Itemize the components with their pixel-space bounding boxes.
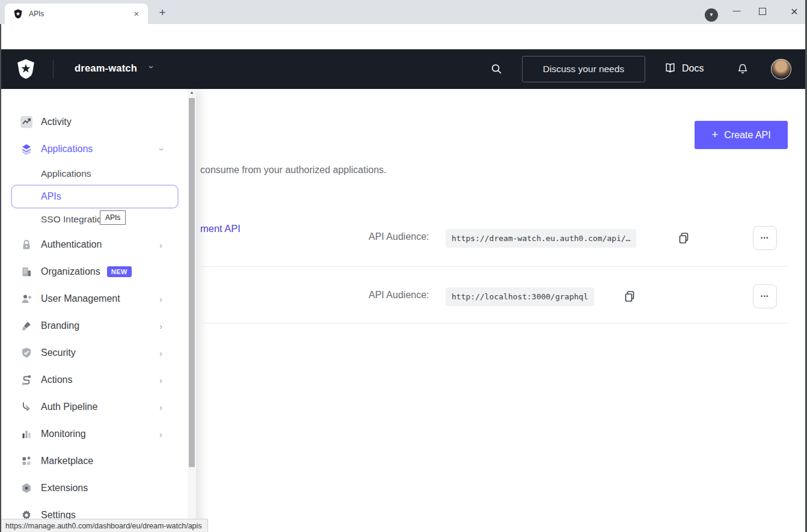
chevron-right-icon: › xyxy=(159,402,162,412)
bar-chart-icon xyxy=(20,428,32,440)
sidebar-item-extensions[interactable]: Extensions xyxy=(0,477,180,499)
sidebar-item-user-management[interactable]: User Management › xyxy=(0,288,180,310)
sidebar-item-monitoring[interactable]: Monitoring › xyxy=(0,423,180,445)
auth0-header: dream-watch › Discuss your needs Docs xyxy=(0,49,807,89)
chevron-right-icon: › xyxy=(159,294,162,304)
chevron-right-icon: › xyxy=(159,321,162,331)
scrollbar-thumb[interactable] xyxy=(189,98,195,467)
chevron-right-icon: › xyxy=(159,429,162,439)
apis-tooltip: APIs xyxy=(100,210,126,225)
status-bar: https://manage.auth0.com/dashboard/eu/dr… xyxy=(0,519,208,532)
tenant-switcher[interactable]: dream-watch xyxy=(75,63,137,74)
sidebar-item-sso-integrations[interactable]: SSO Integrations xyxy=(0,209,180,230)
window-edge xyxy=(0,24,1,532)
chevron-right-icon: › xyxy=(159,240,162,250)
minimize-button[interactable]: — xyxy=(728,5,746,19)
notifications-bell-icon[interactable] xyxy=(737,62,749,76)
tab-close-icon[interactable]: × xyxy=(131,8,142,19)
discuss-your-needs-button[interactable]: Discuss your needs xyxy=(522,56,645,82)
sidebar-item-activity[interactable]: Activity xyxy=(0,111,180,133)
new-tab-button[interactable]: + xyxy=(155,6,170,20)
book-icon xyxy=(664,62,677,75)
sidebar-item-marketplace[interactable]: Marketplace xyxy=(0,450,180,472)
sidebar-item-actions[interactable]: Actions › xyxy=(0,369,180,391)
docs-label: Docs xyxy=(682,63,704,74)
activity-icon xyxy=(20,116,32,128)
tab-strip: APIs × + ▼ — × xyxy=(0,0,807,24)
new-badge: NEW xyxy=(107,266,132,277)
chevron-right-icon: › xyxy=(159,375,162,385)
caret-down-icon: ▼ xyxy=(709,12,714,17)
row-divider xyxy=(201,266,788,267)
header-divider xyxy=(53,60,54,79)
auth0-favicon-icon xyxy=(13,9,23,19)
sidebar-item-security[interactable]: Security › xyxy=(0,342,180,364)
building-icon xyxy=(20,266,32,278)
sidebar-item-auth-pipeline[interactable]: Auth Pipeline › xyxy=(0,396,180,418)
tab-title: APIs xyxy=(29,10,131,18)
shield-check-icon xyxy=(20,347,32,359)
marketplace-icon xyxy=(20,455,32,467)
ellipsis-icon: ••• xyxy=(761,293,769,299)
row-menu-button[interactable]: ••• xyxy=(753,284,777,308)
sidebar-item-applications[interactable]: Applications › xyxy=(0,138,180,160)
sidebar-item-applications-sub[interactable]: Applications xyxy=(0,163,180,185)
search-icon[interactable] xyxy=(490,63,503,75)
sidebar-item-authentication[interactable]: Authentication › xyxy=(0,234,180,255)
sidebar-item-organizations[interactable]: Organizations NEW xyxy=(0,261,180,283)
ellipsis-icon: ••• xyxy=(761,235,769,241)
api-audience-label: API Audience: xyxy=(369,231,429,242)
chevron-right-icon: › xyxy=(159,348,162,358)
api-audience-label: API Audience: xyxy=(369,290,429,301)
create-api-label: Create API xyxy=(724,130,770,141)
sidebar-scrollbar[interactable]: ▲ xyxy=(188,89,196,532)
row-menu-button[interactable]: ••• xyxy=(753,226,777,250)
docs-link[interactable]: Docs xyxy=(664,62,704,75)
sidebar: Activity Applications › Applications API… xyxy=(0,89,196,532)
extensions-icon xyxy=(20,482,32,494)
create-api-button[interactable]: + Create API xyxy=(695,121,788,149)
page-description: consume from your authorized application… xyxy=(200,165,387,176)
close-window-button[interactable]: × xyxy=(785,2,803,20)
user-gear-icon xyxy=(20,293,32,305)
user-avatar[interactable] xyxy=(771,59,791,79)
auth0-logo-icon[interactable] xyxy=(16,58,36,79)
chevron-down-icon[interactable]: › xyxy=(147,66,157,69)
applications-icon xyxy=(20,143,32,155)
copy-icon[interactable] xyxy=(677,231,690,245)
row-divider xyxy=(201,323,788,323)
sidebar-item-branding[interactable]: Branding › xyxy=(0,315,180,337)
browser-toolbar: ← → manage.auth0.com/dashboard/eu/dream-… xyxy=(0,24,807,49)
sidebar-item-apis[interactable]: APIs xyxy=(11,185,179,209)
lock-icon xyxy=(20,239,32,251)
tab-search-button[interactable]: ▼ xyxy=(705,8,718,22)
browser-tab-apis[interactable]: APIs × xyxy=(5,4,148,24)
api-name-link[interactable]: ment API xyxy=(200,223,241,234)
sidebar-panel: Activity Applications › Applications API… xyxy=(0,89,188,532)
api-audience-value[interactable]: http://localhost:3000/graphql xyxy=(446,287,594,306)
copy-icon[interactable] xyxy=(623,290,636,303)
api-audience-value[interactable]: https://dream-watch.eu.auth0.com/api/… xyxy=(446,229,636,248)
maximize-button[interactable] xyxy=(759,8,766,15)
scroll-up-icon[interactable]: ▲ xyxy=(188,90,196,94)
brush-icon xyxy=(20,320,32,332)
pipeline-icon xyxy=(20,401,32,413)
flow-icon xyxy=(20,374,32,386)
chevron-down-icon: › xyxy=(157,148,167,151)
plus-icon: + xyxy=(711,128,718,141)
